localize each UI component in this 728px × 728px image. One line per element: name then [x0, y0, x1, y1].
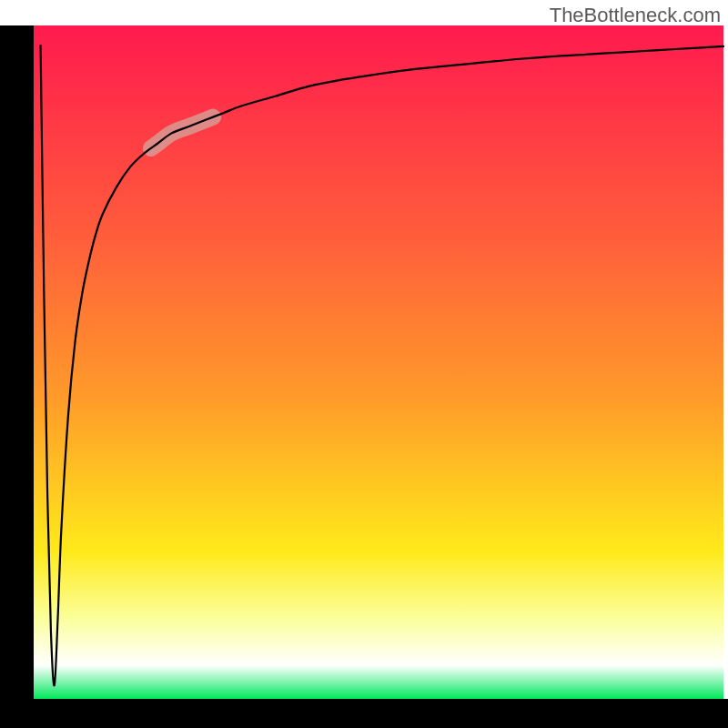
- axis-left: [0, 25, 34, 728]
- attribution-label: TheBottleneck.com: [550, 4, 721, 27]
- chart-root: TheBottleneck.com: [0, 0, 728, 728]
- plot-background: [34, 25, 723, 699]
- axis-bottom: [0, 699, 728, 728]
- chart-svg: [0, 0, 728, 728]
